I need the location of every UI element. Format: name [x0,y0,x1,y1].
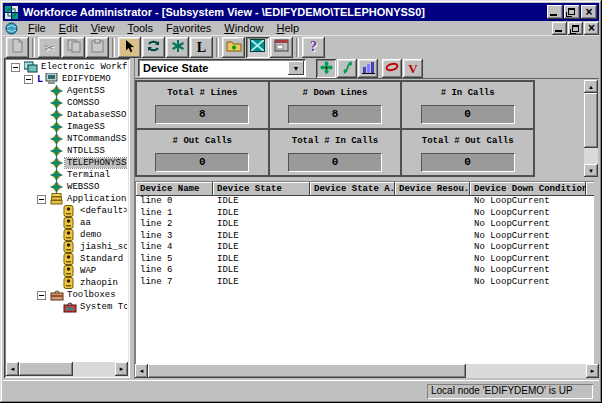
alarm-view-button[interactable] [382,59,402,78]
app-icon [5,6,19,19]
chart-view-button[interactable] [358,59,378,78]
menu-item-window[interactable]: Window [218,21,270,35]
scroll-right-button[interactable]: ► [115,362,128,376]
stats-vertical-scrollbar[interactable]: ▲ ▼ [584,80,598,177]
table-cell [395,277,470,289]
scroll-right-button[interactable]: ► [586,364,599,378]
table-row[interactable]: line 0IDLENo LoopCurrent [136,196,593,208]
table-cell [586,265,593,277]
tree-item-databasesso[interactable]: DatabaseSSO [7,109,127,121]
view-selector-dropdown[interactable]: Device State ▼ [138,59,306,77]
title-bar[interactable]: Workforce Administrator - [Subsystem Vie… [3,3,599,21]
column-header-device-resou-[interactable]: Device Resou... [395,182,470,196]
scrollbar-thumb[interactable] [19,362,73,376]
cut-icon: ✂ [44,40,54,55]
app-icon [63,217,78,229]
tree-item-edifydemo[interactable]: LEDIFYDEMO [7,73,127,85]
scrollbar-thumb[interactable] [584,93,598,148]
help-button[interactable]: ? [302,37,325,58]
open-folder-button[interactable] [222,37,245,58]
stat-value: 8 [155,105,249,124]
tree-item-websso[interactable]: WEBSSO [7,181,127,193]
copy-button [62,37,85,58]
table-row[interactable]: line 4IDLENo LoopCurrent [136,242,593,254]
tree-item-application[interactable]: Application [7,193,127,205]
tree-item-system-tc[interactable]: System Tc [7,301,127,313]
tree-item-electronic-workfor[interactable]: Electronic Workfor [7,61,127,73]
tree-item-label: COMSSO [65,98,101,108]
collapse-toggle-icon[interactable] [24,75,37,84]
restore-button[interactable] [564,5,580,19]
child-minimize-button[interactable] [552,22,567,35]
collapse-toggle-icon[interactable] [11,63,24,72]
auto-refresh-button[interactable] [337,59,357,78]
column-header-device-down-condition[interactable]: Device Down Condition [470,182,586,196]
tree-item-telephonyss0[interactable]: TELEPHONYSS0 [7,157,127,169]
tree-item-aa[interactable]: aa [7,217,127,229]
tree-item-jiashi-sc[interactable]: jiashi_sc [7,241,127,253]
table-horizontal-scrollbar[interactable]: ◄ ► [135,364,599,378]
table-row[interactable]: line 7IDLENo LoopCurrent [136,277,593,289]
scroll-left-button[interactable]: ◄ [6,362,19,376]
table-row[interactable]: line 2IDLENo LoopCurrent [136,219,593,231]
collapse-toggle-icon[interactable] [37,291,50,300]
column-header-device-name[interactable]: Device Name [136,182,213,196]
tree-item-zhaopin[interactable]: zhaopin [7,277,127,289]
tree-item-ntcommandss[interactable]: NTCommandSS [7,133,127,145]
child-restore-button[interactable] [568,22,583,35]
new-subsystem-button[interactable] [166,37,189,58]
device-state-view-button[interactable] [316,59,336,78]
grid-icon [250,39,265,55]
child-close-button[interactable]: × [584,22,599,35]
table-cell: No LoopCurrent [470,254,586,266]
scroll-down-button[interactable]: ▼ [584,164,598,177]
scroll-left-button[interactable]: ◄ [135,364,148,378]
column-header-device-state[interactable]: Device State [213,182,310,196]
main-toolbar: ✂L? [3,35,599,58]
validate-button[interactable]: V [403,59,423,78]
scrollbar-thumb[interactable] [148,364,466,378]
close-icon: × [585,7,592,17]
table-row[interactable]: line 5IDLENo LoopCurrent [136,254,593,266]
window-title: Workforce Administrator - [Subsystem Vie… [23,6,547,18]
tree-item-agentss[interactable]: AgentSS [7,85,127,97]
tree-item-terminal[interactable]: Terminal [7,169,127,181]
table-row[interactable]: line 1IDLENo LoopCurrent [136,208,593,220]
tree-item-comsso[interactable]: COMSSO [7,97,127,109]
table-row[interactable]: line 3IDLENo LoopCurrent [136,231,593,243]
scroll-up-button[interactable]: ▲ [584,80,598,93]
column-header-extra[interactable] [586,182,594,196]
tree-item-toolboxes[interactable]: Toolboxes [7,289,127,301]
menu-item-favorites[interactable]: Favorites [160,21,218,35]
document-system-menu-icon[interactable] [5,22,18,35]
refresh-button[interactable] [142,37,165,58]
stat-cell--down-lines: # Down Lines 8 [270,82,403,130]
menu-item-tools[interactable]: Tools [121,21,160,35]
tree-item-imagess[interactable]: ImageSS [7,121,127,133]
table-row[interactable]: line 6IDLENo LoopCurrent [136,265,593,277]
tree-item-label: <default> [78,206,127,216]
window-view-button[interactable] [270,37,293,58]
asterisk-icon [171,39,185,56]
minimize-button[interactable] [547,5,563,19]
close-button[interactable]: × [581,5,597,19]
column-header-device-state-a-[interactable]: Device State A... [310,182,395,196]
menu-item-help[interactable]: Help [270,21,306,35]
tree-item-wap[interactable]: WAP [7,265,127,277]
collapse-toggle-icon[interactable] [37,195,50,204]
dropdown-arrow-button[interactable]: ▼ [288,61,304,75]
list-view-button[interactable]: L [190,37,213,58]
menu-item-file[interactable]: File [22,21,53,35]
tree-item-label: Application [65,194,127,204]
tree-item-ntdllss[interactable]: NTDLLSS [7,145,127,157]
toolbar-separator [296,38,299,57]
tree-item-standard[interactable]: Standard [7,253,127,265]
tree-item--default-[interactable]: <default> [7,205,127,217]
menu-item-edit[interactable]: Edit [53,21,85,35]
tree-item-demo[interactable]: demo [7,229,127,241]
select-mode-button[interactable] [118,37,141,58]
tree-horizontal-scrollbar[interactable]: ◄ ► [6,362,128,376]
scroll-right-icon: ► [119,366,125,372]
menu-item-view[interactable]: View [85,21,122,35]
subsystem-view-button[interactable] [246,37,269,58]
